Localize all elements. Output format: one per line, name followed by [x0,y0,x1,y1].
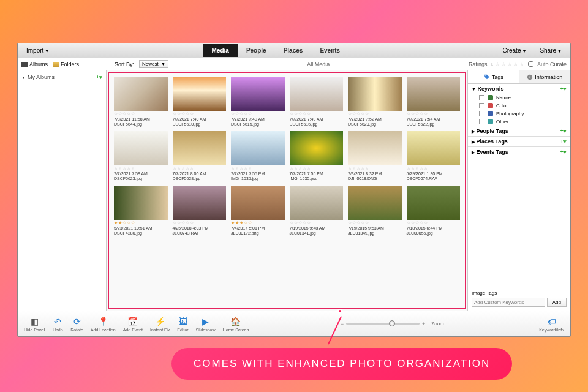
zoom-minus-icon[interactable]: − [341,321,344,327]
thumbnail-rating[interactable]: ☆☆☆☆☆ [348,221,402,225]
ratings-filter[interactable]: ≥ ☆ ☆ ☆ ☆ ☆ [491,62,524,67]
rotate-button[interactable]: ⟳Rotate [68,315,86,333]
hide-panel-button[interactable]: ◧Hide Panel [21,315,47,333]
import-button[interactable]: Import▼ [21,45,54,56]
thumbnail-image [231,77,285,111]
keywords-section-header[interactable]: ▼ Keywords+▾ [468,84,570,94]
tab-media[interactable]: Media [203,44,238,57]
instant-fix-button[interactable]: ⚡Instant Fix [148,315,172,333]
home-screen-button[interactable]: 🏠Home Screen [221,315,252,333]
annotation-dot [337,309,342,314]
slideshow-button[interactable]: ▶Slideshow [194,315,218,333]
thumbnail-date: 4/25/2018 4:03 PM [173,226,227,230]
places-tags-section-header[interactable]: ▶ Places Tags+▾ [468,137,570,146]
thumbnail-rating[interactable]: ☆☆☆☆☆ [231,111,285,116]
keyword-nature[interactable]: Nature [468,94,570,102]
bottom-toolbar: ◧Hide Panel ↶Undo ⟳Rotate 📍Add Location … [18,311,570,336]
zoom-slider[interactable] [346,323,420,325]
add-people-tag-button[interactable]: +▾ [560,128,567,134]
thumbnail-card[interactable]: ☆☆☆☆☆4/25/2018 4:03 PMJLC0743.RAF [173,186,227,235]
editor-icon: 🖼 [178,316,189,327]
checkbox[interactable] [479,119,484,124]
thumbnail-card[interactable]: ☆☆☆☆☆7/7/2021 7:55 PMIMG_1535.jpg [231,131,285,181]
thumbnail-card[interactable]: ★★☆☆☆5/23/2021 10:51 AMDSCF4280.jpg [114,186,168,235]
thumbnail-rating[interactable]: ☆☆☆☆☆ [407,221,461,225]
thumbnail-rating[interactable]: ☆☆☆☆☆ [348,166,402,171]
create-button[interactable]: Create▼ [497,45,531,56]
thumbnail-rating[interactable]: ☆☆☆☆☆ [114,166,168,171]
thumbnail-rating[interactable]: ☆☆☆☆☆ [407,111,461,116]
thumbnail-rating[interactable]: ☆☆☆☆☆ [290,166,344,171]
undo-button[interactable]: ↶Undo [50,315,66,333]
add-places-tag-button[interactable]: +▾ [560,138,567,145]
thumbnail-rating[interactable]: ☆☆☆☆☆ [290,221,344,225]
tab-people[interactable]: People [238,44,275,57]
add-event-button[interactable]: 📅Add Event [121,315,145,333]
tag-icon [484,74,490,80]
editor-button[interactable]: 🖼Editor [175,315,190,333]
tab-tags[interactable]: Tags [468,70,519,83]
thumbnail-card[interactable]: ☆☆☆☆☆7/19/2015 9:48 AMJLC01341.jpg [290,186,344,235]
keyword-photography[interactable]: Photography [468,110,570,118]
thumbnail-card[interactable]: ☆☆☆☆☆7/18/2015 6:44 PMJLC00855.jpg [407,186,461,235]
thumbnail-card[interactable]: ☆☆☆☆☆7/3/2021 8:32 PMDJI_0018.DNG [348,131,402,181]
thumbnail-card[interactable]: ☆☆☆☆☆7/7/2021 7:54 AMDSCF5622.jpg [407,77,461,126]
folders-view-button[interactable]: Folders [53,61,79,67]
thumbnail-filename: DSCF5615.jpg [231,122,285,126]
thumbnail-card[interactable]: ☆☆☆☆☆7/7/2021 7:49 AMDSCF5616.jpg [290,77,344,126]
main-body: ▼My Albums +▾ ☆☆☆☆☆7/8/2021 11:58 AMDSCF… [18,70,570,311]
thumbnail-rating[interactable]: ☆☆☆☆☆ [290,111,344,116]
thumbnail-rating[interactable]: ★★☆☆☆ [114,221,168,225]
albums-view-button[interactable]: Albums [21,61,48,67]
tag-color-icon [488,119,493,124]
auto-curate-checkbox[interactable] [528,61,533,67]
thumbnail-rating[interactable]: ☆☆☆☆☆ [173,221,227,225]
thumbnail-image [173,77,227,111]
thumbnail-date: 5/23/2021 10:51 AM [114,226,168,230]
add-keyword-confirm-button[interactable]: Add [547,298,567,307]
thumbnail-date: 7/7/2021 7:49 AM [290,117,344,121]
thumbnail-filename: DSCF5620.jpg [348,122,402,126]
checkbox[interactable] [479,95,484,100]
album-icon [21,62,28,67]
thumbnail-card[interactable]: ☆☆☆☆☆7/7/2021 7:52 AMDSCF5620.jpg [348,77,402,126]
thumbnail-rating[interactable]: ☆☆☆☆☆ [407,166,461,171]
people-tags-section-header[interactable]: ▶ People Tags+▾ [468,126,570,136]
thumbnail-card[interactable]: ☆☆☆☆☆7/7/2021 7:55 PMIMG_1535.psd [290,131,344,181]
sort-select[interactable]: Newest ▼ [139,60,168,68]
add-album-button[interactable]: +▾ [96,74,102,80]
thumbnail-card[interactable]: ☆☆☆☆☆7/7/2021 8:00 AMDSCF5628.jpg [173,131,227,181]
thumbnail-card[interactable]: ☆☆☆☆☆5/29/2021 1:30 PMDSCF5074.RAF [407,131,461,181]
thumbnail-card[interactable]: ☆☆☆☆☆7/19/2015 9:53 AMJLC01349.jpg [348,186,402,235]
add-keyword-button[interactable]: +▾ [560,86,567,92]
thumbnail-card[interactable]: ☆☆☆☆☆7/7/2021 7:49 AMDSCF5615.jpg [231,77,285,126]
keyword-info-button[interactable]: 🏷Keyword/Info [537,315,567,333]
add-location-button[interactable]: 📍Add Location [88,315,118,333]
thumbnail-rating[interactable]: ☆☆☆☆☆ [173,111,227,116]
keyword-other[interactable]: Other [468,118,570,126]
thumbnail-date: 7/19/2015 9:48 AM [290,226,344,230]
thumbnail-rating[interactable]: ☆☆☆☆☆ [173,166,227,171]
zoom-plus-icon[interactable]: + [422,321,425,327]
keyword-color[interactable]: Color [468,102,570,110]
thumbnail-card[interactable]: ★★★☆☆7/4/2017 5:01 PMJLC00172.dng [231,186,285,235]
tab-places[interactable]: Places [275,44,312,57]
custom-keywords-input[interactable] [472,298,545,307]
thumbnail-card[interactable]: ☆☆☆☆☆7/7/2021 7:40 AMDSCF5610.jpg [173,77,227,126]
share-button[interactable]: Share▼ [535,45,567,56]
thumbnail-rating[interactable]: ★★★☆☆ [231,221,285,225]
my-albums-header[interactable]: ▼My Albums +▾ [21,73,102,81]
tab-information[interactable]: iInformation [519,70,571,83]
thumbnail-rating[interactable]: ☆☆☆☆☆ [231,166,285,171]
thumbnail-card[interactable]: ☆☆☆☆☆7/7/2021 7:58 AMDSCF5623.jpg [114,131,168,181]
thumbnail-card[interactable]: ☆☆☆☆☆7/8/2021 11:58 AMDSCF5644.jpg [114,77,168,126]
thumbnail-rating[interactable]: ☆☆☆☆☆ [348,111,402,116]
checkbox[interactable] [479,111,484,116]
info-icon: i [527,74,533,80]
tab-events[interactable]: Events [311,44,349,57]
zoom-thumb[interactable] [389,320,395,326]
checkbox[interactable] [479,103,484,108]
add-events-tag-button[interactable]: +▾ [560,149,567,155]
thumbnail-rating[interactable]: ☆☆☆☆☆ [114,111,168,116]
events-tags-section-header[interactable]: ▶ Events Tags+▾ [468,147,570,157]
